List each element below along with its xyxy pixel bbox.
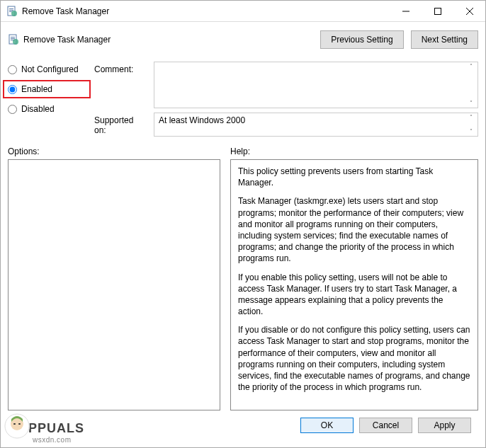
window-title: Remove Task Manager bbox=[22, 6, 390, 16]
policy-icon bbox=[6, 6, 18, 17]
next-setting-button[interactable]: Next Setting bbox=[411, 30, 478, 49]
state-radio-group: Not Configured Enabled Disabled bbox=[8, 62, 86, 137]
help-text: If you disable or do not configure this … bbox=[238, 324, 470, 393]
scrollbar[interactable]: ˄˅ bbox=[465, 114, 477, 135]
watermark-url: wsxdn.com bbox=[33, 436, 84, 444]
scroll-down-icon[interactable]: ˅ bbox=[465, 128, 477, 135]
supported-label: Supported on: bbox=[94, 113, 147, 137]
svg-rect-1 bbox=[9, 8, 13, 9]
supported-row: Supported on: At least Windows 2000 ˄˅ bbox=[94, 113, 478, 137]
help-text: Task Manager (taskmgr.exe) lets users st… bbox=[238, 195, 470, 264]
watermark-brand: PPUALS bbox=[28, 421, 84, 436]
radio-enabled-input[interactable] bbox=[8, 85, 17, 94]
svg-rect-10 bbox=[11, 37, 15, 38]
help-text: If you enable this policy setting, users… bbox=[238, 272, 470, 318]
dialog-window: Remove Task Manager Remove Task Manager … bbox=[0, 0, 486, 448]
minimize-button[interactable] bbox=[390, 1, 422, 21]
svg-rect-11 bbox=[11, 38, 15, 39]
options-panel bbox=[8, 159, 220, 410]
cancel-button[interactable]: Cancel bbox=[359, 418, 412, 433]
radio-not-configured-input[interactable] bbox=[8, 65, 17, 74]
section-labels: Options: Help: bbox=[8, 147, 478, 159]
supported-value: At least Windows 2000 bbox=[159, 115, 245, 125]
previous-setting-button[interactable]: Previous Setting bbox=[320, 30, 403, 49]
comment-row: Comment: ˄˅ bbox=[94, 62, 478, 108]
help-label: Help: bbox=[230, 147, 478, 156]
dialog-content: Remove Task Manager Previous Setting Nex… bbox=[1, 22, 485, 447]
radio-enabled-label: Enabled bbox=[21, 84, 52, 94]
svg-rect-2 bbox=[9, 10, 13, 11]
svg-point-13 bbox=[13, 39, 18, 45]
options-label: Options: bbox=[8, 147, 220, 156]
radio-not-configured-label: Not Configured bbox=[21, 64, 79, 74]
svg-rect-17 bbox=[18, 423, 21, 425]
scroll-down-icon[interactable]: ˅ bbox=[465, 100, 477, 107]
help-text: This policy setting prevents users from … bbox=[238, 166, 470, 188]
nav-buttons: Previous Setting Next Setting bbox=[320, 30, 478, 49]
svg-rect-6 bbox=[434, 8, 441, 14]
scroll-up-icon[interactable]: ˄ bbox=[465, 114, 477, 121]
comment-input[interactable]: ˄˅ bbox=[154, 62, 478, 108]
supported-box: At least Windows 2000 ˄˅ bbox=[154, 113, 478, 137]
scroll-up-icon[interactable]: ˄ bbox=[465, 63, 477, 70]
comment-label: Comment: bbox=[94, 62, 147, 108]
scrollbar[interactable]: ˄˅ bbox=[465, 63, 477, 107]
header-row: Remove Task Manager Previous Setting Nex… bbox=[8, 28, 478, 52]
svg-rect-16 bbox=[13, 423, 16, 425]
watermark-logo: PPUALS bbox=[4, 413, 84, 439]
radio-enabled[interactable]: Enabled bbox=[8, 84, 86, 94]
ok-button[interactable]: OK bbox=[300, 418, 354, 433]
policy-name: Remove Task Manager bbox=[23, 35, 316, 45]
titlebar: Remove Task Manager bbox=[1, 1, 485, 22]
config-section: Not Configured Enabled Disabled Comment: bbox=[8, 62, 478, 137]
apply-button[interactable]: Apply bbox=[418, 418, 471, 433]
radio-disabled-label: Disabled bbox=[21, 104, 55, 114]
watermark: PPUALS wsxdn.com bbox=[4, 413, 84, 444]
svg-point-4 bbox=[11, 11, 17, 16]
fields: Comment: ˄˅ Supported on: At least Windo… bbox=[94, 62, 478, 137]
maximize-button[interactable] bbox=[422, 1, 453, 21]
radio-disabled[interactable]: Disabled bbox=[8, 104, 86, 114]
watermark-avatar-icon bbox=[4, 413, 30, 439]
policy-icon bbox=[8, 34, 19, 45]
window-controls bbox=[390, 1, 485, 21]
radio-disabled-input[interactable] bbox=[8, 105, 17, 114]
highlight-box: Enabled bbox=[3, 80, 91, 98]
radio-not-configured[interactable]: Not Configured bbox=[8, 64, 86, 74]
close-button[interactable] bbox=[453, 1, 485, 21]
help-panel: This policy setting prevents users from … bbox=[230, 159, 478, 410]
panels: This policy setting prevents users from … bbox=[8, 159, 478, 410]
